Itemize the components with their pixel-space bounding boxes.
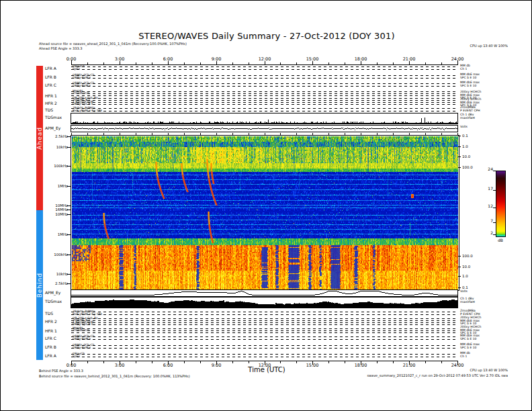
spectrogram-edge-tick <box>393 133 394 135</box>
axis-tick <box>103 62 104 64</box>
dashed-data-line <box>71 345 457 346</box>
right-axis-label: 10.0 <box>462 265 481 269</box>
dashed-data-line <box>71 111 457 111</box>
inline-strip-label: OBBy-BxM s <box>73 77 91 80</box>
spectrogram-edge-tick <box>345 133 345 135</box>
axis-tick <box>280 361 281 363</box>
spectrogram-edge-tick <box>87 133 88 135</box>
frequency-tick-label: 10MHz <box>40 212 68 216</box>
row-label-apm_ey: APM_Ey <box>45 290 70 295</box>
time-label: 12:00 <box>255 363 275 368</box>
right-axis-label: 0.1 <box>462 285 481 289</box>
inline-strip-label: BxB yBxBLx-Ey 1Bk <box>73 109 102 113</box>
axis-tick <box>441 361 442 363</box>
time-label: 6:00 <box>158 56 178 62</box>
right-axis-label: 1.0 <box>462 274 481 278</box>
dashed-data-line <box>71 91 457 92</box>
spectrogram-edge-tick <box>152 133 152 135</box>
row-label-hfr-2: HFR 2 <box>45 101 70 105</box>
dashed-data-line <box>71 339 457 340</box>
row-right-label: SPC b E 10 <box>460 338 524 341</box>
colorbar-unit: dB <box>492 238 509 242</box>
dashed-data-line <box>71 100 457 101</box>
time-label: 18:00 <box>351 56 371 62</box>
inline-strip-label: OBBy-BxM s <box>73 347 91 350</box>
dashed-data-line <box>71 78 457 79</box>
row-label-lfr-c: LFR C <box>45 83 70 87</box>
dashed-data-line <box>71 332 457 333</box>
spectrogram-edge-tick <box>249 133 249 135</box>
spectrogram-edge-tick <box>409 133 410 135</box>
row-label-lfr-b: LFR B <box>45 345 70 349</box>
inline-strip-label: SpEx <box>73 68 80 71</box>
frequency-tick-label: 16MHz <box>40 208 68 212</box>
time-label: 24:00 <box>447 363 468 368</box>
axis-tick <box>377 62 378 64</box>
inline-strip-label: OBBy-BxM s <box>73 85 91 88</box>
dashed-data-line <box>71 93 457 94</box>
frequency-tick-label: 1MHz <box>40 184 68 188</box>
time-label: 12:00 <box>255 56 275 62</box>
axis-tick <box>280 62 281 64</box>
row-right-label: Ch 1 <box>460 355 524 359</box>
dashed-data-line <box>71 102 457 103</box>
spectrogram-edge-tick <box>296 133 297 135</box>
spectrogram-edge-tick <box>232 133 233 135</box>
right-axis-tick <box>458 167 461 168</box>
time-label: 9:00 <box>206 363 226 368</box>
dashed-data-line <box>71 318 457 319</box>
inline-strip-label: ZmodCxCh <box>73 329 89 332</box>
axis-tick <box>296 62 297 64</box>
dashed-data-line <box>71 336 457 337</box>
time-label: 3:00 <box>109 363 130 368</box>
dashed-data-line <box>71 83 457 84</box>
right-axis-tick <box>458 276 461 277</box>
dashed-data-line <box>71 86 457 87</box>
spectrogram-edge-tick <box>103 133 104 135</box>
axis-tick <box>184 361 185 363</box>
row-label-lfr-c: LFR C <box>45 336 70 340</box>
colorbar-tick <box>493 190 496 191</box>
right-axis-label: 100.0 <box>462 165 481 169</box>
inline-strip-label: OBBy-SpL B s <box>73 103 93 106</box>
axis-tick <box>296 361 297 363</box>
spectrogram-edge-tick <box>265 133 265 135</box>
spectrogram-canvas <box>72 136 458 289</box>
axis-tick <box>136 361 136 363</box>
axis-tick <box>345 361 345 363</box>
time-label: 21:00 <box>399 363 419 368</box>
frequency-tick <box>67 234 71 235</box>
axis-tick <box>152 62 152 64</box>
time-label: 15:00 <box>302 56 322 62</box>
row-label-apm_ey: APM_Ey <box>45 126 70 130</box>
right-axis-label: 1.0 <box>462 144 481 148</box>
axis-tick <box>249 361 249 363</box>
stereo-waves-daily-summary-figure: STEREO/WAVES Daily Summary - 27-Oct-2012… <box>0 0 532 411</box>
row-label-lfr-a: LFR A <box>45 66 70 71</box>
colorbar-tick-label: 24 <box>480 167 493 171</box>
frequency-tick <box>67 186 71 187</box>
colorbar <box>496 171 506 237</box>
axis-tick <box>232 62 233 64</box>
right-axis-tick <box>458 256 461 257</box>
right-axis-tick <box>458 267 461 267</box>
row-label-lfr-a: LFR A <box>45 353 70 358</box>
colorbar-tick-label: 17 <box>480 186 493 191</box>
dashed-data-line <box>71 98 457 99</box>
frequency-tick-label: 2.5kHz <box>40 134 68 138</box>
dashed-data-line <box>71 357 457 357</box>
frequency-tick <box>67 205 71 206</box>
ahead-pse-line: Ahead PSE Angle = 333.3 <box>39 46 82 51</box>
axis-tick <box>232 361 233 363</box>
spectrogram-edge-tick <box>377 133 378 135</box>
strip-box <box>71 297 458 308</box>
axis-tick <box>425 62 426 64</box>
row-right-label: SPC b E 10 <box>460 77 524 80</box>
dashed-data-line <box>71 328 457 329</box>
row-right-label: maxOfwH <box>460 117 524 120</box>
row-label-tdsmax: TDSmax <box>45 115 70 120</box>
axis-tick <box>152 361 152 363</box>
row-label-hfr-1: HFR 1 <box>45 328 70 333</box>
frequency-tick <box>67 255 71 255</box>
axis-tick <box>200 361 201 363</box>
